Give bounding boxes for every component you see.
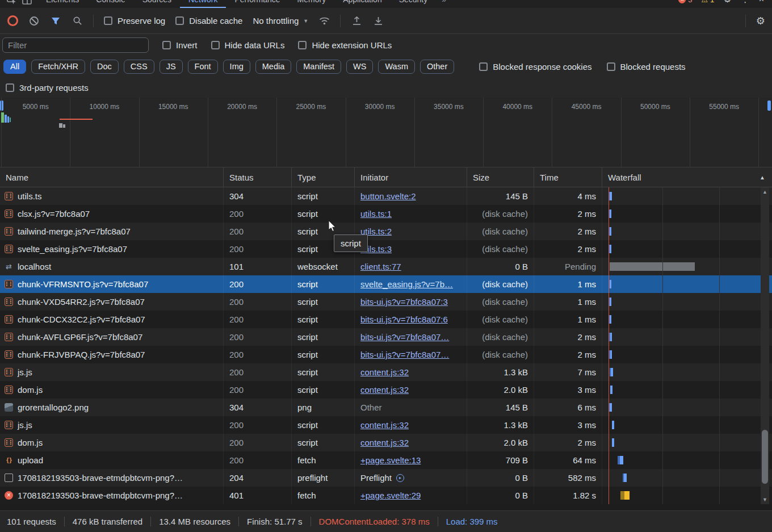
column-header-time[interactable]: Time bbox=[534, 167, 602, 187]
initiator-link[interactable]: content.js:32 bbox=[360, 438, 409, 447]
hide-extension-urls-checkbox[interactable]: Hide extension URLs bbox=[298, 40, 392, 50]
scroll-up-arrow[interactable]: ▲ bbox=[761, 189, 769, 195]
network-conditions-icon[interactable] bbox=[318, 15, 330, 27]
tab-application[interactable]: Application bbox=[334, 0, 391, 8]
initiator-link[interactable]: svelte_easing.js?v=7b… bbox=[360, 279, 453, 289]
disable-cache-checkbox[interactable]: Disable cache bbox=[175, 16, 242, 26]
tab-elements[interactable]: Elements bbox=[37, 0, 87, 8]
preflight-info-icon[interactable] bbox=[396, 474, 404, 482]
initiator-link[interactable]: +page.svelte:13 bbox=[360, 455, 421, 465]
initiator-link[interactable]: bits-ui.js?v=7bfc8a07:3 bbox=[360, 297, 448, 307]
table-row[interactable]: chunk-VXD54RR2.js?v=7bfc8a07200scriptbit… bbox=[0, 293, 772, 311]
table-row[interactable]: localhost101websocketclient.ts:770 BPend… bbox=[0, 258, 772, 275]
tab-memory[interactable]: Memory bbox=[289, 0, 335, 8]
initiator-link[interactable]: bits-ui.js?v=7bfc8a07:6 bbox=[360, 315, 448, 324]
table-row[interactable]: grorentallogo2.png304pngOther145 B6 ms bbox=[0, 399, 772, 416]
network-settings-gear-icon[interactable]: ⚙ bbox=[756, 16, 765, 26]
export-har-button[interactable] bbox=[372, 15, 384, 27]
table-row[interactable]: utils.ts304scriptbutton.svelte:2145 B4 m… bbox=[0, 187, 772, 205]
table-row[interactable]: 1708182193503-brave-etmdpbtcvm-png?…401f… bbox=[0, 487, 772, 504]
error-badge[interactable]: 3 bbox=[678, 0, 692, 4]
table-row[interactable]: clsx.js?v=7bfc8a07200scriptutils.ts:1(di… bbox=[0, 205, 772, 223]
tab-sources[interactable]: Sources bbox=[134, 0, 180, 8]
more-tabs-button[interactable]: » bbox=[436, 0, 452, 8]
filter-pill-fetch-xhr[interactable]: Fetch/XHR bbox=[31, 60, 85, 74]
initiator-link[interactable]: bits-ui.js?v=7bfc8a07… bbox=[360, 350, 449, 359]
tab-security[interactable]: Security bbox=[391, 0, 437, 8]
filter-toggle-button[interactable] bbox=[50, 15, 61, 27]
checkbox-box[interactable] bbox=[104, 16, 112, 25]
filter-pill-doc[interactable]: Doc bbox=[90, 60, 119, 74]
checkbox-box[interactable] bbox=[211, 41, 220, 49]
table-row[interactable]: upload200fetch+page.svelte:13709 B64 ms bbox=[0, 451, 772, 469]
overview-handle-left[interactable] bbox=[0, 100, 3, 111]
filter-pill-ws[interactable]: WS bbox=[346, 60, 373, 74]
tab-performance[interactable]: Performance bbox=[226, 0, 288, 8]
initiator-link[interactable]: content.js:32 bbox=[360, 367, 409, 377]
column-header-size[interactable]: Size bbox=[467, 167, 534, 187]
initiator-link[interactable]: button.svelte:2 bbox=[360, 191, 416, 201]
tab-network[interactable]: Network bbox=[180, 0, 226, 8]
device-toolbar-icon[interactable] bbox=[22, 0, 32, 5]
column-header-status[interactable]: Status bbox=[224, 167, 292, 187]
search-button[interactable] bbox=[72, 15, 83, 27]
filter-pill-media[interactable]: Media bbox=[255, 60, 292, 74]
blocked-requests-checkbox[interactable]: Blocked requests bbox=[607, 62, 686, 72]
third-party-requests-checkbox[interactable]: 3rd-party requests bbox=[6, 83, 89, 93]
checkbox-box[interactable] bbox=[162, 41, 171, 49]
vertical-scrollbar[interactable]: ▲ ▼ bbox=[761, 187, 769, 504]
filter-pill-font[interactable]: Font bbox=[188, 60, 218, 74]
import-har-button[interactable] bbox=[351, 15, 362, 27]
table-row[interactable]: chunk-VFRMSNTO.js?v=7bfc8a07200scriptsve… bbox=[0, 275, 772, 293]
table-row[interactable]: 1708182193503-brave-etmdpbtcvm-png?…204p… bbox=[0, 469, 772, 487]
invert-checkbox[interactable]: Invert bbox=[162, 40, 198, 50]
preserve-log-checkbox[interactable]: Preserve log bbox=[104, 16, 165, 26]
checkbox-box[interactable] bbox=[479, 62, 488, 71]
filter-pill-img[interactable]: Img bbox=[223, 60, 250, 74]
filter-pill-other[interactable]: Other bbox=[420, 60, 454, 74]
table-row[interactable]: js.js200scriptcontent.js:321.3 kB7 ms bbox=[0, 363, 772, 381]
filter-pill-all[interactable]: All bbox=[3, 60, 26, 74]
checkbox-box[interactable] bbox=[298, 41, 307, 49]
throttling-select[interactable]: No throttling ▼ bbox=[253, 16, 308, 26]
record-button[interactable] bbox=[7, 15, 18, 27]
table-row[interactable]: tailwind-merge.js?v=7bfc8a07200scriptuti… bbox=[0, 223, 772, 240]
initiator-link[interactable]: bits-ui.js?v=7bfc8a07… bbox=[360, 332, 449, 342]
timeline-overview[interactable]: 5000 ms10000 ms15000 ms20000 ms25000 ms3… bbox=[0, 98, 772, 167]
overview-handle-right[interactable] bbox=[767, 100, 771, 111]
table-row[interactable]: dom.js200scriptcontent.js:322.0 kB3 ms bbox=[0, 381, 772, 399]
column-header-waterfall[interactable]: Waterfall▲ bbox=[602, 167, 772, 187]
filter-input[interactable] bbox=[2, 37, 149, 53]
column-header-type[interactable]: Type bbox=[292, 167, 355, 187]
table-row[interactable]: js.js200scriptcontent.js:321.3 kB3 ms bbox=[0, 416, 772, 434]
checkbox-box[interactable] bbox=[6, 83, 14, 92]
filter-pill-manifest[interactable]: Manifest bbox=[296, 60, 341, 74]
hide-data-urls-checkbox[interactable]: Hide data URLs bbox=[211, 40, 285, 50]
table-row[interactable]: svelte_easing.js?v=7bfc8a07200scriptutil… bbox=[0, 240, 772, 258]
blocked-response-cookies-checkbox[interactable]: Blocked response cookies bbox=[479, 62, 591, 72]
table-row[interactable]: chunk-FRJVBPAQ.js?v=7bfc8a07200scriptbit… bbox=[0, 346, 772, 363]
tab-console[interactable]: Console bbox=[87, 0, 133, 8]
column-header-name[interactable]: Name bbox=[0, 167, 224, 187]
warning-badge[interactable]: ⚠ 1 bbox=[701, 0, 714, 4]
checkbox-box[interactable] bbox=[175, 16, 184, 25]
filter-pill-wasm[interactable]: Wasm bbox=[378, 60, 415, 74]
initiator-link[interactable]: +page.svelte:29 bbox=[360, 491, 421, 500]
initiator-link[interactable]: utils.ts:1 bbox=[360, 209, 392, 219]
scroll-down-arrow[interactable]: ▼ bbox=[761, 497, 769, 502]
checkbox-box[interactable] bbox=[607, 62, 615, 71]
close-icon[interactable]: × bbox=[759, 0, 764, 4]
table-row[interactable]: chunk-CDCX32C2.js?v=7bfc8a07200scriptbit… bbox=[0, 311, 772, 328]
column-header-initiator[interactable]: Initiator bbox=[355, 167, 467, 187]
filter-pill-css[interactable]: CSS bbox=[124, 60, 154, 74]
settings-gear-icon[interactable]: ⚙ bbox=[723, 0, 731, 4]
table-row[interactable]: dom.js200scriptcontent.js:322.0 kB2 ms bbox=[0, 434, 772, 451]
scrollbar-thumb[interactable] bbox=[762, 430, 768, 484]
table-row[interactable]: chunk-AVFLGP6F.js?v=7bfc8a07200scriptbit… bbox=[0, 328, 772, 346]
filter-pill-js[interactable]: JS bbox=[160, 60, 183, 74]
more-menu-icon[interactable]: ⋮ bbox=[741, 0, 750, 4]
initiator-link[interactable]: content.js:32 bbox=[360, 420, 409, 430]
inspect-icon[interactable] bbox=[7, 0, 16, 5]
clear-button[interactable] bbox=[28, 15, 40, 27]
initiator-link[interactable]: client.ts:77 bbox=[360, 262, 401, 271]
